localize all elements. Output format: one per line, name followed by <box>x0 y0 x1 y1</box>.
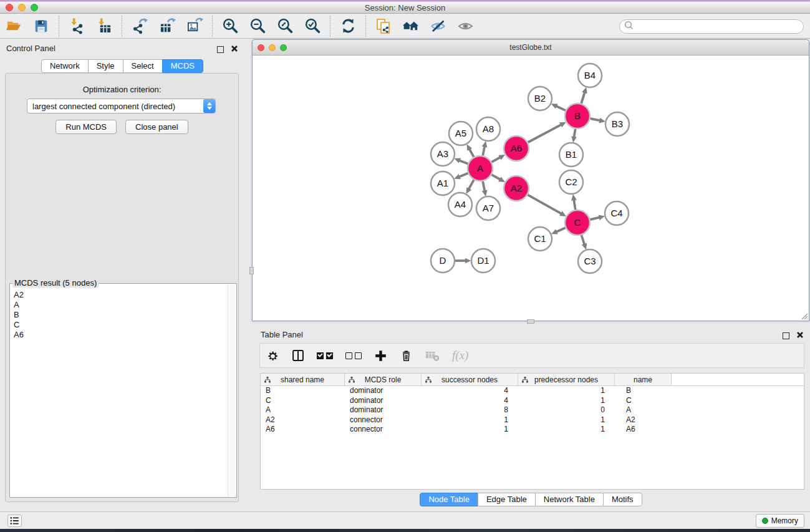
table-cell[interactable]: 4 <box>422 396 518 406</box>
deselect-all-icon[interactable] <box>345 352 362 359</box>
zoom-fit-icon[interactable] <box>276 17 294 36</box>
table-row-c[interactable]: Cdominator41C <box>261 396 804 406</box>
select-all-icon[interactable] <box>317 352 333 359</box>
result-item-c[interactable]: C <box>14 320 228 330</box>
edge-B-B4[interactable] <box>581 93 584 104</box>
import-table-icon[interactable] <box>95 17 113 36</box>
graph-node-B[interactable]: B <box>565 104 590 128</box>
column-selector-icon[interactable] <box>292 349 304 362</box>
column-header-mcds-role[interactable]: MCDS role <box>345 374 422 385</box>
table-cell[interactable]: A2 <box>261 415 345 425</box>
table-cell[interactable]: 1 <box>422 425 518 435</box>
graph-node-B1[interactable]: B1 <box>559 143 583 167</box>
graph-node-A7[interactable]: A7 <box>476 196 500 220</box>
column-header-successor-nodes[interactable]: successor nodes <box>422 374 518 385</box>
edge-A-A8[interactable] <box>483 147 485 155</box>
search-input[interactable] <box>636 22 803 31</box>
window-resize-grip[interactable] <box>799 311 808 320</box>
graph-node-C1[interactable]: C1 <box>528 227 552 251</box>
add-column-icon[interactable] <box>374 349 387 362</box>
memory-button[interactable]: Memory <box>756 514 804 528</box>
table-cell[interactable]: dominator <box>345 405 422 415</box>
table-cell[interactable]: 1 <box>422 415 518 425</box>
table-cell[interactable]: C <box>261 396 345 406</box>
column-header-shared-name[interactable]: shared name <box>261 374 345 385</box>
table-cell[interactable]: 8 <box>422 405 518 415</box>
result-scrollbar[interactable] <box>228 284 236 497</box>
graph-node-A5[interactable]: A5 <box>449 122 473 145</box>
search-field[interactable] <box>619 19 804 34</box>
table-row-a6[interactable]: A6connector11A6 <box>261 425 804 435</box>
export-image-icon[interactable] <box>185 17 204 36</box>
open-session-icon[interactable] <box>4 17 23 36</box>
graph-node-C[interactable]: C <box>565 210 590 235</box>
float-panel-icon[interactable] <box>217 46 224 53</box>
result-item-a[interactable]: A <box>14 300 228 310</box>
table-cell[interactable]: 1 <box>518 386 615 396</box>
table-row-a2[interactable]: A2connector11A2 <box>261 415 804 425</box>
float-table-panel-icon[interactable] <box>783 332 789 339</box>
close-panel-icon[interactable] <box>231 44 238 55</box>
graph-node-C2[interactable]: C2 <box>559 170 583 194</box>
graph-node-A3[interactable]: A3 <box>431 142 455 166</box>
graph-node-A8[interactable]: A8 <box>476 117 500 141</box>
optimization-criterion-select[interactable]: largest connected component (directed) <box>27 99 216 114</box>
table-cell[interactable]: 1 <box>518 396 615 406</box>
table-cell[interactable]: A <box>261 405 345 415</box>
edge-A-A1[interactable] <box>460 173 468 177</box>
tab-motifs[interactable]: Motifs <box>603 493 642 506</box>
result-item-a6[interactable]: A6 <box>14 330 228 340</box>
table-cell[interactable]: 1 <box>518 415 615 425</box>
graph-node-C3[interactable]: C3 <box>578 249 602 273</box>
export-table-icon[interactable] <box>158 17 176 36</box>
tab-network[interactable]: Network <box>41 59 89 73</box>
edge-B-B1[interactable] <box>574 129 576 137</box>
edge-A-A4[interactable] <box>469 180 474 188</box>
edge-A6-B[interactable] <box>528 125 561 142</box>
table-cell[interactable]: C <box>615 396 672 406</box>
graph-node-C4[interactable]: C4 <box>605 201 629 225</box>
table-cell[interactable]: A <box>615 405 672 415</box>
import-network-icon[interactable] <box>67 17 86 36</box>
edge-A-A5[interactable] <box>470 149 474 157</box>
table-cell[interactable]: dominator <box>345 386 422 396</box>
table-cell[interactable]: 1 <box>518 425 615 435</box>
edge-A-A3[interactable] <box>460 160 468 163</box>
graph-node-A1[interactable]: A1 <box>431 172 455 195</box>
delete-column-trash-icon[interactable] <box>400 349 413 362</box>
graph-node-B3[interactable]: B3 <box>605 112 629 136</box>
table-cell[interactable]: B <box>261 386 345 396</box>
table-row-a[interactable]: Adominator80A <box>261 405 804 415</box>
table-cell[interactable]: A6 <box>261 425 345 435</box>
result-item-b[interactable]: B <box>14 310 228 320</box>
graph-node-D[interactable]: D <box>431 249 455 273</box>
zoom-in-icon[interactable] <box>221 17 239 36</box>
zoom-out-icon[interactable] <box>248 17 267 36</box>
graph-node-B4[interactable]: B4 <box>578 64 602 87</box>
edge-A-A6[interactable] <box>491 158 499 162</box>
table-cell[interactable]: 4 <box>422 386 518 396</box>
table-row-b[interactable]: Bdominator41B <box>261 386 804 396</box>
refresh-icon[interactable] <box>339 17 357 36</box>
edge-C-C2[interactable] <box>574 200 575 210</box>
edge-B-B2[interactable] <box>556 106 566 110</box>
duplicate-network-icon[interactable] <box>374 17 393 36</box>
tab-mcds[interactable]: MCDS <box>162 59 203 73</box>
table-cell[interactable]: 0 <box>518 405 615 415</box>
graph-node-B2[interactable]: B2 <box>528 87 552 110</box>
hide-panel-eye-icon[interactable] <box>429 17 448 36</box>
show-view-eye-icon[interactable] <box>456 17 475 36</box>
home-view-icon[interactable] <box>402 17 420 36</box>
tab-select[interactable]: Select <box>123 59 163 73</box>
edge-A2-C[interactable] <box>528 195 561 213</box>
table-cell[interactable]: B <box>615 386 672 396</box>
horizontal-splitter-handle[interactable] <box>527 319 534 324</box>
table-cell[interactable]: connector <box>345 425 422 435</box>
save-session-icon[interactable] <box>32 17 51 36</box>
graph-node-A2[interactable]: A2 <box>504 176 529 201</box>
table-settings-gear-icon[interactable] <box>266 349 279 362</box>
tab-node-table[interactable]: Node Table <box>420 493 478 506</box>
close-table-panel-icon[interactable] <box>796 330 804 341</box>
graph-node-D1[interactable]: D1 <box>471 249 495 273</box>
tab-style[interactable]: Style <box>88 59 123 73</box>
